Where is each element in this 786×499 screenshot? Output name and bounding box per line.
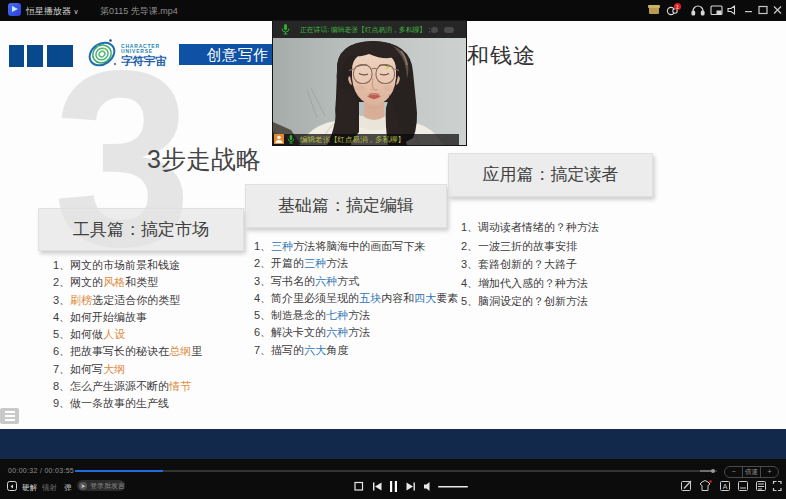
svg-text:A: A (723, 483, 728, 490)
svg-text:1: 1 (676, 4, 679, 10)
